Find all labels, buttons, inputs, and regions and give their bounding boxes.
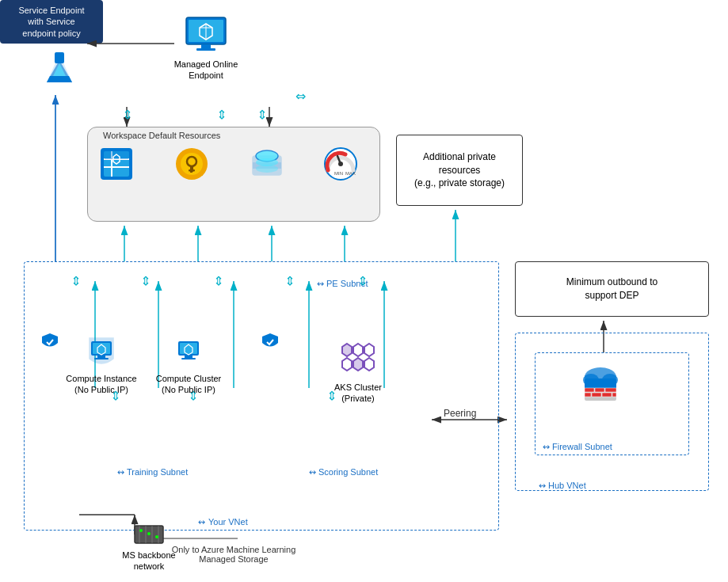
svg-marker-87 — [364, 358, 374, 371]
firewall-icon-block — [578, 364, 623, 404]
teal-arrow-top-2: ⇔ — [215, 109, 230, 120]
svg-rect-71 — [612, 393, 616, 397]
svg-marker-83 — [353, 344, 363, 356]
keyvault-svg — [174, 146, 209, 181]
teal-arrow-top-4: ⇔ — [295, 89, 306, 104]
storage-svg — [250, 146, 284, 181]
svg-point-54 — [256, 165, 278, 173]
compute-cluster-block: Compute Cluster (No Public IP) — [141, 337, 236, 396]
svg-rect-67 — [605, 388, 616, 392]
only-to-azure-label: Only to Azure Machine Learning Managed S… — [166, 545, 301, 564]
dataset-svg — [99, 146, 134, 181]
compute-instance-svg — [82, 337, 121, 370]
shield-compute-icon — [41, 333, 59, 352]
workspace-dataset-icon — [99, 146, 134, 181]
svg-rect-27 — [55, 52, 64, 63]
compute-instance-label: Compute Instance (No Public IP) — [66, 373, 136, 396]
private-resources-label: Additional private resources (e.g., priv… — [414, 150, 505, 190]
svg-rect-66 — [595, 388, 604, 392]
compute-cluster-label: Compute Cluster (No Public IP) — [156, 373, 222, 396]
firewall-svg — [578, 364, 623, 404]
svg-rect-36 — [196, 48, 215, 51]
aks-cluster-block: AKS Cluster (Private) — [311, 340, 406, 405]
svg-rect-65 — [585, 388, 594, 392]
workspace-label: Workspace Default Resources — [103, 131, 220, 140]
managed-online-endpoint-label: Managed Online Endpoint — [174, 59, 238, 82]
svg-point-57 — [338, 162, 343, 166]
svg-rect-35 — [201, 44, 211, 48]
peering-label: Peering — [444, 408, 476, 419]
compute-cluster-svg — [169, 337, 208, 370]
min-outbound-label: Minimum outbound to support DEP — [566, 276, 657, 302]
ms-backbone-svg — [133, 523, 165, 546]
your-vnet-label: ↭Your VNet — [198, 517, 248, 527]
svg-text:MAX: MAX — [345, 171, 356, 176]
svg-rect-68 — [585, 393, 591, 397]
training-subnet-label: ↭Training Subnet — [117, 467, 188, 477]
svg-rect-81 — [181, 358, 196, 359]
firewall-subnet-label: ↭Firewall Subnet — [543, 442, 612, 452]
svg-rect-42 — [104, 151, 129, 159]
svg-marker-29 — [47, 76, 72, 82]
svg-rect-80 — [185, 356, 192, 358]
aks-cluster-label: AKS Cluster (Private) — [334, 382, 382, 405]
service-endpoint-label: Service Endpoint with Service endpoint p… — [18, 5, 84, 39]
svg-marker-84 — [364, 344, 374, 356]
workspace-storage-icon — [250, 146, 284, 181]
appinsights-svg: MIN MAX — [323, 146, 358, 181]
min-outbound-box: Minimum outbound to support DEP — [515, 261, 709, 317]
svg-point-97 — [155, 535, 158, 538]
azure-ml-icon-block — [32, 48, 87, 89]
svg-point-96 — [147, 532, 151, 535]
teal-arrow-top-1: ⇔ — [120, 109, 135, 120]
svg-marker-85 — [342, 358, 352, 371]
teal-arrow-1: ⇔ — [69, 276, 84, 286]
teal-arrow-5: ⇔ — [356, 276, 371, 286]
managed-online-endpoint-icon — [182, 16, 230, 55]
svg-rect-70 — [602, 393, 612, 397]
svg-text:MIN: MIN — [334, 171, 343, 176]
spoke-vnet-box — [24, 261, 499, 531]
svg-rect-76 — [94, 358, 109, 359]
hub-vnet-label: ↭Hub VNet — [539, 481, 586, 491]
diagram-container: Managed Online Endpoint Workspace Defaul… — [0, 0, 728, 582]
teal-arrow-top-3: ⇔ — [255, 109, 270, 120]
managed-online-endpoint-block: Managed Online Endpoint — [158, 16, 253, 82]
azure-ml-icon — [39, 48, 80, 89]
aks-svg — [336, 340, 380, 378]
compute-instance-block: Compute Instance (No Public IP) — [54, 337, 149, 396]
teal-arrow-3: ⇔ — [212, 276, 227, 286]
scoring-subnet-label: ↭Scoring Subnet — [309, 467, 378, 477]
svg-rect-75 — [97, 356, 105, 358]
private-resources-box: Additional private resources (e.g., priv… — [396, 135, 523, 206]
svg-point-95 — [139, 529, 143, 532]
workspace-keyvault-icon — [174, 146, 209, 181]
workspace-appinsights-icon: MIN MAX — [323, 146, 358, 181]
teal-arrow-4: ⇔ — [283, 276, 298, 286]
svg-rect-49 — [190, 171, 192, 173]
shield-cluster-icon — [261, 333, 279, 352]
teal-arrow-2: ⇔ — [139, 276, 154, 286]
service-endpoint-box: Service Endpoint with Service endpoint p… — [0, 0, 103, 44]
svg-rect-69 — [592, 393, 601, 397]
